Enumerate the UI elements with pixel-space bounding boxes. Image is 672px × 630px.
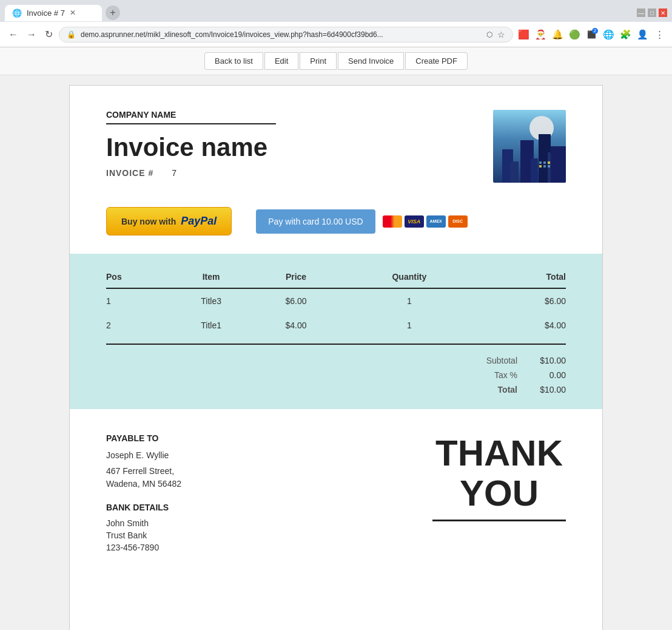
edit-button[interactable]: Edit	[264, 52, 298, 70]
thank-you-text: THANK YOU	[432, 433, 566, 513]
menu-icon[interactable]: ⋮	[653, 28, 666, 41]
row1-pos: 1	[106, 288, 170, 313]
paypal-logo: PayPal	[181, 215, 217, 228]
mastercard-icon	[383, 215, 402, 228]
payable-name: Joseph E. Wyllie	[106, 450, 432, 460]
bank-details-title: BANK DETAILS	[106, 503, 432, 512]
row2-total: $4.00	[479, 313, 566, 337]
invoice-footer: PAYABLE TO Joseph E. Wyllie 467 Ferrell …	[70, 409, 602, 579]
row1-price: $6.00	[253, 288, 340, 313]
subtotal-row: Subtotal $10.00	[106, 353, 566, 368]
extension-icon-5[interactable]: ⬛2	[585, 28, 598, 41]
tab-favicon: 🌐	[12, 8, 22, 18]
totals-section: Subtotal $10.00 Tax % 0.00 Total $10.00	[106, 344, 566, 397]
extension-icon-4[interactable]: 🟢	[568, 28, 581, 41]
thank-line1: THANK	[432, 433, 566, 473]
discover-icon: DISC	[448, 215, 468, 228]
invoice-num-value: 7	[172, 168, 176, 178]
paypal-button[interactable]: Buy now with PayPal	[106, 207, 232, 235]
forward-button[interactable]: →	[24, 28, 39, 41]
invoice-title: Invoice name	[106, 133, 493, 162]
paypal-btn-text: Buy now with	[121, 217, 176, 226]
bank-name: John Smith	[106, 518, 432, 528]
thank-you-section: THANK YOU	[432, 433, 566, 521]
card-pay-button[interactable]: Pay with card 10.00 USD	[256, 209, 375, 234]
subtotal-label: Subtotal	[457, 356, 517, 365]
extension-icon-3[interactable]: 🔔	[551, 28, 564, 41]
payable-section: PAYABLE TO Joseph E. Wyllie 467 Ferrell …	[106, 433, 432, 555]
row2-quantity: 1	[339, 313, 479, 337]
col-item: Item	[170, 266, 253, 288]
extension-icon-2[interactable]: 🎅	[534, 28, 547, 41]
tax-value: 0.00	[517, 370, 566, 380]
col-pos: Pos	[106, 266, 170, 288]
col-total: Total	[479, 266, 566, 288]
title-bar: 🌐 Invoice # 7 ✕ + — □ ✕	[0, 0, 672, 22]
star-icon[interactable]: ☆	[497, 30, 505, 39]
row1-total: $6.00	[479, 288, 566, 313]
browser-tab[interactable]: 🌐 Invoice # 7 ✕	[5, 5, 102, 21]
maximize-button[interactable]: □	[648, 8, 656, 17]
thank-line2: YOU	[432, 473, 566, 513]
window-controls: — □ ✕	[637, 8, 667, 17]
row2-item: Title1	[170, 313, 253, 337]
invoice-number-row: INVOICE # 7	[106, 168, 493, 178]
print-button[interactable]: Print	[300, 52, 337, 70]
payable-to-title: PAYABLE TO	[106, 433, 432, 443]
tab-close-icon[interactable]: ✕	[70, 8, 76, 17]
col-price: Price	[253, 266, 340, 288]
invoice-num-label: INVOICE #	[106, 168, 153, 178]
payment-section: Buy now with PayPal Pay with card 10.00 …	[70, 201, 602, 254]
tax-row: Tax % 0.00	[106, 368, 566, 382]
invoice-paper: COMPANY NAME Invoice name INVOICE # 7	[69, 85, 603, 630]
row1-item: Title3	[170, 288, 253, 313]
grand-total-row: Total $10.00	[106, 382, 566, 397]
row2-pos: 2	[106, 313, 170, 337]
extension-icon-6[interactable]: 🌐	[602, 28, 615, 41]
table-header: Pos Item Price Quantity Total	[106, 266, 566, 288]
browser-chrome: 🌐 Invoice # 7 ✕ + — □ ✕ ← → ↻ 🔒 demo.asp…	[0, 0, 672, 47]
lock-icon: 🔒	[67, 30, 76, 39]
refresh-button[interactable]: ↻	[42, 27, 55, 41]
bank-bank: Trust Bank	[106, 530, 432, 540]
subtotal-value: $10.00	[517, 356, 566, 365]
thank-you-underline	[432, 520, 566, 521]
extensions-icon[interactable]: 🧩	[619, 28, 632, 41]
row2-price: $4.00	[253, 313, 340, 337]
row1-quantity: 1	[339, 288, 479, 313]
new-tab-button[interactable]: +	[106, 5, 120, 20]
toolbar: Back to list Edit Print Send Invoice Cre…	[0, 47, 672, 75]
url-text: demo.asprunner.net/mikl_xlinesoft_com/In…	[81, 30, 482, 39]
col-quantity: Quantity	[339, 266, 479, 288]
company-name: COMPANY NAME	[106, 110, 276, 124]
bank-phone: 123-456-7890	[106, 543, 432, 552]
nav-bar: ← → ↻ 🔒 demo.asprunner.net/mikl_xlinesof…	[0, 22, 672, 47]
city-skyline-image	[493, 110, 566, 183]
minimize-button[interactable]: —	[637, 8, 645, 17]
total-label: Total	[457, 385, 517, 395]
amex-icon: AMEX	[426, 215, 446, 228]
table-row: 2 Title1 $4.00 1 $4.00	[106, 313, 566, 337]
back-to-list-button[interactable]: Back to list	[204, 52, 263, 70]
company-logo	[493, 110, 566, 183]
back-button[interactable]: ←	[6, 28, 21, 41]
company-section: COMPANY NAME Invoice name INVOICE # 7	[106, 110, 493, 178]
items-table: Pos Item Price Quantity Total 1 Title3 $…	[106, 266, 566, 337]
nav-icons: 🟥 🎅 🔔 🟢 ⬛2 🌐 🧩 👤 ⋮	[517, 28, 666, 41]
tab-title: Invoice # 7	[27, 8, 65, 18]
visa-icon: VISA	[405, 215, 424, 228]
content-area: COMPANY NAME Invoice name INVOICE # 7	[0, 75, 672, 630]
profile-icon[interactable]: 👤	[636, 28, 649, 41]
close-button[interactable]: ✕	[659, 8, 667, 17]
card-icons: VISA AMEX DISC	[383, 215, 468, 228]
extension-icon-1[interactable]: 🟥	[517, 28, 530, 41]
address-bar[interactable]: 🔒 demo.asprunner.net/mikl_xlinesoft_com/…	[59, 27, 513, 42]
send-invoice-button[interactable]: Send Invoice	[338, 52, 404, 70]
create-pdf-button[interactable]: Create PDF	[405, 52, 468, 70]
address-line2: Wadena, MN 56482	[106, 479, 181, 489]
payable-address: 467 Ferrell Street, Wadena, MN 56482	[106, 465, 432, 490]
total-value: $10.00	[517, 385, 566, 395]
table-row: 1 Title3 $6.00 1 $6.00	[106, 288, 566, 313]
address-line1: 467 Ferrell Street,	[106, 466, 174, 476]
invoice-header: COMPANY NAME Invoice name INVOICE # 7	[70, 86, 602, 201]
